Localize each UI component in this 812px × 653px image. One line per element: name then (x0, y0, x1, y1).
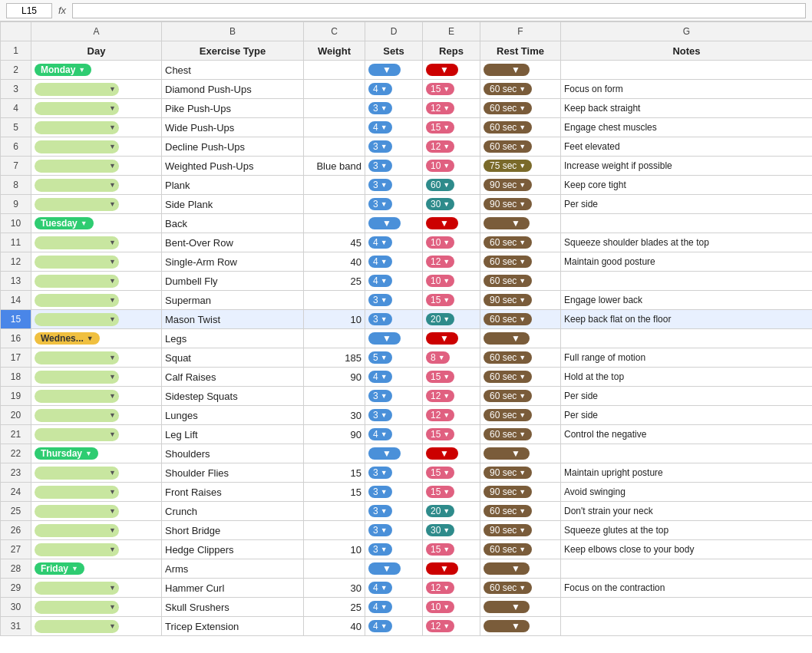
sets-pill[interactable]: 4 ▼ (368, 620, 392, 632)
exercise-cell[interactable]: Skull Srushers (162, 598, 304, 617)
rest-cell[interactable]: 60 sec ▼ (480, 252, 561, 272)
empty-day-cell[interactable]: ▼ (35, 351, 119, 364)
weight-cell[interactable]: 25 (304, 272, 365, 291)
empty-day-cell[interactable]: ▼ (35, 543, 119, 556)
weight-cell[interactable] (304, 118, 365, 137)
rest-empty-pill[interactable]: ▼ (484, 447, 530, 460)
rest-cell[interactable]: ▼ (480, 214, 561, 233)
sets-pill[interactable]: 4 ▼ (368, 275, 392, 287)
rest-dropdown-arrow[interactable]: ▼ (519, 526, 526, 534)
rest-pill[interactable]: 60 sec ▼ (484, 428, 532, 440)
reps-dropdown-arrow[interactable]: ▼ (443, 488, 450, 496)
rest-cell[interactable]: ▼ (480, 598, 561, 617)
sets-cell[interactable]: ▼ (365, 329, 423, 348)
rest-dropdown-arrow[interactable]: ▼ (519, 354, 526, 361)
notes-cell[interactable]: Increase weight if possible (561, 157, 813, 176)
rest-pill[interactable]: 60 sec ▼ (484, 83, 532, 95)
reps-pill[interactable]: 10 ▼ (426, 160, 454, 172)
day-tag-wednesday[interactable]: Wednes... ▼ (35, 332, 100, 345)
notes-cell[interactable] (561, 272, 813, 291)
weight-cell[interactable] (304, 291, 365, 310)
sets-pill[interactable]: 4 ▼ (368, 428, 392, 440)
reps-empty-pill[interactable]: ▼ (426, 447, 458, 460)
sets-cell[interactable]: 3 ▼ (365, 483, 423, 502)
exercise-cell[interactable]: Superman (162, 291, 304, 310)
reps-cell[interactable]: 12 ▼ (423, 252, 480, 272)
reps-dropdown-arrow[interactable]: ▼ (443, 296, 450, 304)
notes-cell[interactable]: Per side (561, 406, 813, 425)
empty-day-cell[interactable]: ▼ (35, 409, 119, 422)
day-dropdown-arrow[interactable]: ▼ (109, 354, 116, 361)
sets-cell[interactable]: 3 ▼ (365, 176, 423, 195)
rest-pill[interactable]: 60 sec ▼ (484, 409, 532, 421)
weight-cell[interactable]: 185 (304, 348, 365, 368)
day-dropdown-arrow[interactable]: ▼ (78, 66, 85, 74)
day-cell[interactable]: ▼ (31, 540, 162, 559)
weight-cell[interactable]: 40 (304, 252, 365, 272)
reps-cell[interactable]: 8 ▼ (423, 348, 480, 368)
day-cell[interactable]: ▼ (31, 521, 162, 540)
day-dropdown-arrow[interactable]: ▼ (109, 622, 116, 630)
day-cell[interactable]: ▼ (31, 195, 162, 214)
empty-day-cell[interactable]: ▼ (35, 294, 119, 307)
reps-cell[interactable]: 12 ▼ (423, 406, 480, 425)
day-dropdown-arrow[interactable]: ▼ (85, 450, 92, 457)
rest-cell[interactable]: 60 sec ▼ (480, 368, 561, 387)
rest-dropdown-arrow[interactable]: ▼ (519, 85, 526, 93)
reps-dropdown-arrow[interactable]: ▼ (440, 218, 449, 229)
reps-pill[interactable]: 30 ▼ (426, 524, 454, 536)
weight-cell[interactable] (304, 99, 365, 118)
sets-pill[interactable]: 3 ▼ (368, 467, 392, 479)
rest-dropdown-arrow[interactable]: ▼ (519, 277, 526, 285)
rest-cell[interactable]: 60 sec ▼ (480, 233, 561, 252)
day-cell[interactable]: ▼ (31, 502, 162, 521)
reps-cell[interactable]: 12 ▼ (423, 137, 480, 157)
day-dropdown-arrow[interactable]: ▼ (109, 315, 116, 323)
weight-cell[interactable] (304, 521, 365, 540)
sets-pill[interactable]: 3 ▼ (368, 390, 392, 402)
sets-dropdown-arrow[interactable]: ▼ (382, 218, 391, 229)
rest-pill[interactable]: 60 sec ▼ (484, 256, 532, 268)
exercise-cell[interactable]: Squat (162, 348, 304, 368)
reps-cell[interactable]: ▼ (423, 329, 480, 348)
reps-dropdown-arrow[interactable]: ▼ (443, 277, 450, 285)
exercise-cell[interactable]: Calf Raises (162, 368, 304, 387)
sets-dropdown-arrow[interactable]: ▼ (381, 469, 388, 477)
sets-pill[interactable]: 3 ▼ (368, 102, 392, 114)
notes-cell[interactable]: Maintain upright posture (561, 463, 813, 483)
sets-dropdown-arrow[interactable]: ▼ (381, 392, 388, 400)
sets-dropdown-arrow[interactable]: ▼ (381, 430, 388, 438)
day-cell[interactable]: ▼ (31, 348, 162, 368)
exercise-cell[interactable]: Weighted Push-Ups (162, 157, 304, 176)
exercise-cell[interactable]: Lunges (162, 406, 304, 425)
day-tag-tuesday[interactable]: Tuesday ▼ (35, 217, 94, 229)
weight-cell[interactable] (304, 80, 365, 99)
sets-dropdown-arrow[interactable]: ▼ (381, 584, 388, 592)
rest-dropdown-arrow[interactable]: ▼ (511, 333, 520, 344)
rest-pill[interactable]: 90 sec ▼ (484, 467, 532, 479)
sets-cell[interactable]: 4 ▼ (365, 425, 423, 444)
sets-cell[interactable]: 3 ▼ (365, 463, 423, 483)
notes-cell[interactable]: Hold at the top (561, 368, 813, 387)
reps-cell[interactable]: 15 ▼ (423, 80, 480, 99)
day-cell[interactable]: ▼ (31, 406, 162, 425)
reps-pill[interactable]: 20 ▼ (426, 313, 454, 325)
reps-dropdown-arrow[interactable]: ▼ (440, 64, 449, 75)
rest-cell[interactable]: ▼ (480, 329, 561, 348)
empty-day-cell[interactable]: ▼ (35, 236, 119, 249)
reps-pill[interactable]: 12 ▼ (426, 390, 454, 402)
day-dropdown-arrow[interactable]: ▼ (109, 603, 116, 611)
exercise-cell[interactable]: Tricep Extension (162, 617, 304, 636)
reps-pill[interactable]: 12 ▼ (426, 620, 454, 632)
day-dropdown-arrow[interactable]: ▼ (81, 219, 87, 227)
reps-dropdown-arrow[interactable]: ▼ (443, 258, 450, 265)
day-dropdown-arrow[interactable]: ▼ (109, 373, 116, 381)
rest-cell[interactable]: 60 sec ▼ (480, 406, 561, 425)
reps-dropdown-arrow[interactable]: ▼ (443, 622, 450, 630)
rest-dropdown-arrow[interactable]: ▼ (519, 584, 526, 592)
rest-pill[interactable]: 90 sec ▼ (484, 198, 532, 210)
rest-pill[interactable]: 60 sec ▼ (484, 543, 532, 556)
notes-cell[interactable]: Focus on form (561, 80, 813, 99)
exercise-cell[interactable]: Hedge Clippers (162, 540, 304, 559)
reps-cell[interactable]: 10 ▼ (423, 157, 480, 176)
